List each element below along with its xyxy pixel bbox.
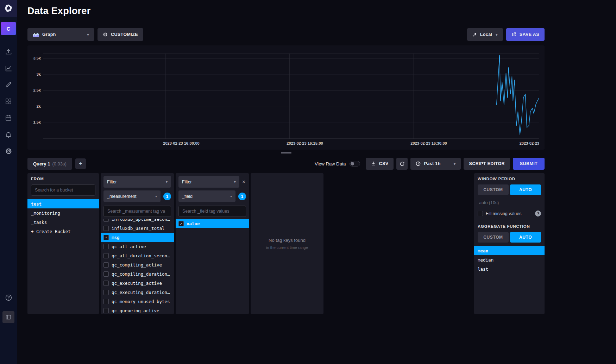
measurement-item[interactable]: msg [101,233,174,242]
bucket-search-input[interactable] [31,184,95,196]
aggregate-function-item[interactable]: mean [474,246,545,255]
aggregate-function-item[interactable]: last [474,264,545,274]
checkbox-icon[interactable] [103,299,109,304]
refresh-button[interactable] [396,158,408,170]
checkbox-icon[interactable] [103,226,109,231]
query-tab-label: Query 1 [33,161,50,167]
filter-type-label: Filter [107,180,117,184]
plot-area[interactable] [43,54,539,139]
bucket-item[interactable]: test [27,199,99,208]
checkbox-icon[interactable] [103,290,109,295]
chevron-down-icon: ▾ [496,33,497,37]
checkbox-icon[interactable] [103,253,109,258]
checkbox-icon[interactable] [103,244,109,249]
bucket-item[interactable]: _tasks [27,218,99,227]
close-icon[interactable]: × [241,178,246,186]
view-raw-data-toggle[interactable] [350,161,360,167]
avatar[interactable]: C [1,22,16,35]
tag-key-dropdown[interactable]: _measurement ▾ [103,190,161,202]
data-explorer-icon[interactable] [5,64,12,72]
measurement-search-input[interactable] [103,206,171,217]
settings-gear-icon[interactable] [5,147,12,155]
chevron-down-icon: ▾ [234,180,236,184]
tag-key-label: _measurement [107,194,136,199]
query-tab[interactable]: Query 1 (0.03s) [27,158,72,170]
y-axis-tick: 3k [27,72,41,76]
window-custom-button[interactable]: CUSTOM [478,184,509,195]
measurement-label: msg [112,235,120,240]
csv-download-button[interactable]: CSV [366,158,394,170]
save-as-button[interactable]: SAVE AS [506,28,545,41]
help-circle-icon[interactable]: ? [535,211,541,216]
area-chart-icon [33,32,39,37]
gear-icon [103,32,108,37]
help-question-icon[interactable] [5,294,12,301]
measurement-item[interactable]: qc_executing_duration… [101,288,174,297]
query-bar: Query 1 (0.03s) + View Raw Data CSV [27,158,545,170]
chart-grid [43,54,539,139]
dashboards-icon[interactable] [5,98,12,105]
filter-type-dropdown[interactable]: Filter ▾ [103,176,171,188]
create-bucket-item[interactable]: + Create Bucket [27,227,99,236]
sidebar: C [0,0,17,364]
script-editor-label: SCRIPT EDITOR [469,161,505,166]
checkbox-icon[interactable] [103,219,109,222]
aggregate-function-item[interactable]: median [474,255,545,264]
upload-icon[interactable] [5,48,12,56]
chevron-down-icon: ▾ [454,162,455,166]
toggle-panel-icon[interactable] [2,311,14,323]
measurement-label: qc_compiling_active [112,262,162,268]
measurement-item[interactable]: influxdb_users_total [101,224,174,233]
time-range-dropdown[interactable]: Past 1h ▾ [410,158,461,170]
csv-label: CSV [379,161,389,166]
checkbox-icon[interactable] [103,271,109,277]
influxdb-logo-icon [4,4,13,13]
from-title: FROM [31,177,95,181]
script-editor-button[interactable]: SCRIPT EDITOR [464,158,510,170]
tasks-calendar-icon[interactable] [5,114,12,122]
submit-button[interactable]: SUBMIT [513,158,545,170]
alerts-bell-icon[interactable] [5,131,12,138]
aggregate-function-list: mean median last [474,246,545,274]
aggregate-custom-button[interactable]: CUSTOM [478,232,509,243]
measurement-item[interactable]: qc_queueing_active [101,306,174,314]
tag-key-dropdown[interactable]: _field ▾ [178,190,235,202]
graph-type-dropdown[interactable]: Graph ▾ [27,28,94,41]
checkbox-icon[interactable] [103,308,109,313]
customize-button[interactable]: CUSTOMIZE [98,28,143,41]
measurement-item[interactable]: qc_compiling_active [101,260,174,269]
measurement-item[interactable]: qc_memory_unused_bytes [101,297,174,306]
influxdb-logo[interactable] [0,0,17,17]
field-item[interactable]: value [176,219,249,228]
panel-resize-handle[interactable] [27,152,545,155]
pin-icon [472,32,477,37]
fill-missing-checkbox[interactable] [478,211,483,216]
clock-icon [416,161,421,166]
window-auto-button[interactable]: AUTO [510,184,541,195]
checkbox-checked-icon[interactable] [103,235,109,240]
checkbox-checked-icon[interactable] [178,221,184,226]
timezone-dropdown[interactable]: Local ▾ [467,28,503,41]
bucket-item[interactable]: _monitoring [27,208,99,218]
window-auto-hint: auto (10s) [479,200,541,205]
window-period-title: WINDOW PERIOD [478,177,541,181]
field-search-input[interactable] [178,206,246,217]
notebooks-pencil-icon[interactable] [5,81,12,89]
add-query-button[interactable]: + [75,158,86,169]
filter-type-dropdown[interactable]: Filter ▾ [178,176,239,188]
measurement-label: qc_all_duration_secon… [112,253,170,258]
save-as-label: SAVE AS [520,32,539,37]
from-panel: FROM test _monitoring _tasks + Create Bu… [27,173,99,314]
measurement-item[interactable]: qc_all_active [101,242,174,251]
help-area [0,294,17,301]
measurement-item[interactable]: influxdb_uptime_secon… [101,219,174,224]
measurement-item[interactable]: qc_compiling_duration… [101,269,174,278]
field-list: value [176,219,249,228]
measurement-item[interactable]: qc_all_duration_secon… [101,251,174,260]
measurement-item[interactable]: qc_executing_active [101,278,174,288]
selected-count-badge: 1 [238,193,246,200]
aggregate-auto-button[interactable]: AUTO [510,232,541,243]
measurement-list: influxdb_uptime_secon… influxdb_users_to… [101,219,174,314]
checkbox-icon[interactable] [103,281,109,286]
checkbox-icon[interactable] [103,262,109,268]
